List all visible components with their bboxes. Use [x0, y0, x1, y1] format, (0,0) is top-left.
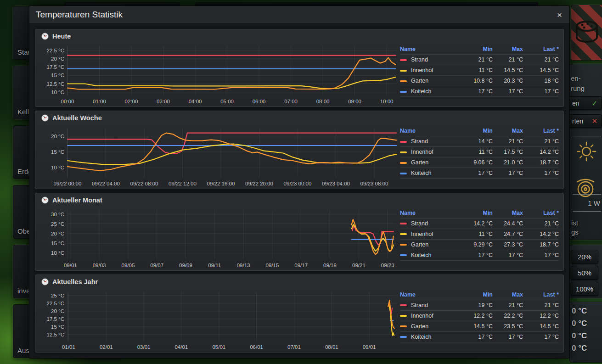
sun-icon[interactable]	[575, 140, 597, 162]
chart-aktuelle-woche[interactable]: 09/22 00:0009/22 04:0009/22 08:0009/22 1…	[39, 125, 400, 189]
svg-text:09/22 00:00: 09/22 00:00	[54, 181, 82, 186]
dim-20-button[interactable]: 20%	[571, 250, 598, 263]
dim-100-button[interactable]: 100%	[571, 282, 598, 296]
series-name[interactable]: Innenhof	[400, 65, 460, 76]
series-color-swatch	[400, 173, 407, 174]
drum-icon	[572, 18, 602, 47]
series-name[interactable]: Strand	[400, 136, 460, 147]
series-name[interactable]: Innenhof	[400, 229, 460, 239]
series-max: 17 °C	[493, 86, 523, 97]
legend-row: Strand14.2 °C24.4 °C21 °C	[400, 218, 559, 229]
svg-text:00:00: 00:00	[61, 99, 74, 104]
series-max: 14.5 °C	[493, 65, 523, 76]
series-name[interactable]: Garten	[400, 157, 460, 168]
series-min: 14.2 °C	[460, 218, 493, 229]
camera-icon[interactable]	[574, 175, 597, 199]
chart-heute[interactable]: 00:0001:0002:0003:0004:0005:0006:0007:00…	[39, 43, 400, 106]
modal-body: Heute 00:0001:0002:0003:0004:0005:0006:0…	[29, 24, 569, 358]
svg-text:03/01: 03/01	[137, 344, 151, 350]
divider	[573, 194, 601, 195]
series-name[interactable]: Koiteich	[400, 168, 460, 179]
chart-aktuelles-jahr[interactable]: 01/0102/0103/0104/0105/0106/0107/0108/01…	[39, 289, 400, 352]
series-name[interactable]: Strand	[400, 300, 460, 310]
temperature-value: 0 °C	[572, 331, 587, 341]
series-color-swatch	[400, 223, 407, 224]
dim-50-button[interactable]: 50%	[571, 266, 598, 280]
series-color-swatch	[400, 91, 407, 93]
legend-row: Strand21 °C21 °C21 °C	[400, 55, 559, 65]
series-last: 21 °C	[523, 55, 559, 65]
svg-text:05:00: 05:00	[220, 99, 234, 104]
series-last: 21 °C	[523, 300, 559, 310]
close-button[interactable]: ×	[557, 11, 562, 19]
svg-text:30 °C: 30 °C	[51, 211, 64, 217]
svg-text:10 °C: 10 °C	[51, 250, 64, 256]
clock-icon	[41, 114, 49, 122]
panel-header[interactable]: Aktuelles Jahr	[35, 275, 563, 286]
series-name[interactable]: Garten	[400, 321, 460, 331]
panel-title: Aktuelle Woche	[52, 114, 102, 122]
series-last: 14.2 °C	[523, 147, 559, 157]
series-max: 17 °C	[493, 250, 523, 260]
series-name[interactable]: Koiteich	[400, 86, 460, 97]
series-last: 17 °C	[523, 331, 559, 342]
temperature-value: 0 °C	[572, 307, 587, 316]
panel-heute: Heute 00:0001:0002:0003:0004:0005:0006:0…	[35, 29, 564, 107]
svg-text:15 °C: 15 °C	[51, 324, 64, 330]
svg-text:02:00: 02:00	[125, 99, 138, 104]
panel-text: gs	[571, 228, 579, 236]
legend-row: Strand19 °C21 °C21 °C	[400, 300, 559, 310]
svg-text:12.5 °C: 12.5 °C	[47, 332, 64, 337]
series-max: 24.7 °C	[493, 229, 523, 239]
series-name[interactable]: Garten	[400, 76, 460, 86]
legend-row: Innenhof12.2 °C22.2 °C12.2 °C	[400, 310, 559, 321]
series-min: 17 °C	[460, 250, 493, 260]
panel-body: 09/0109/0309/0509/0709/0909/1109/1309/15…	[35, 204, 563, 270]
series-min: 9.29 °C	[460, 239, 493, 250]
series-last: 12.2 °C	[523, 310, 559, 321]
svg-text:01:00: 01:00	[93, 99, 106, 104]
svg-text:09/21: 09/21	[352, 263, 366, 268]
series-max: 21.0 °C	[493, 157, 523, 168]
series-name[interactable]: Garten	[400, 239, 460, 250]
svg-text:09/23 04:00: 09/23 04:00	[322, 181, 350, 186]
hazard-tile[interactable]	[571, 5, 602, 61]
svg-text:09/01: 09/01	[64, 263, 77, 268]
series-name[interactable]: Strand	[400, 218, 460, 229]
temperatures-tile: 0 °C0 °C0 °C0 °C	[569, 302, 602, 363]
series-last: 17 °C	[523, 86, 559, 97]
legend-row: Koiteich17 °C17 °C17 °C	[400, 250, 559, 260]
series-max: 23.5 °C	[493, 321, 523, 331]
svg-text:07:00: 07:00	[284, 99, 298, 104]
svg-text:09/07: 09/07	[150, 263, 163, 268]
series-name[interactable]: Koiteich	[400, 250, 460, 260]
series-name[interactable]: Koiteich	[400, 331, 460, 342]
series-name[interactable]: Innenhof	[400, 310, 460, 321]
svg-text:09/22 08:00: 09/22 08:00	[130, 181, 158, 186]
panel-header[interactable]: Heute	[35, 29, 563, 40]
series-color-swatch	[400, 325, 407, 327]
series-max: 21 °C	[493, 300, 523, 310]
chart-aktueller-monat[interactable]: 09/0109/0309/0509/0709/0909/1109/1309/15…	[39, 207, 400, 270]
series-name[interactable]: Strand	[400, 55, 460, 65]
temperature-value: 0 °C	[572, 319, 587, 328]
check-button[interactable]: en ✓	[564, 96, 602, 110]
series-name[interactable]: Innenhof	[400, 147, 460, 157]
series-min: 9.06 °C	[460, 157, 493, 168]
legend-table: NameMinMaxLast *Strand19 °C21 °C21 °CInn…	[400, 290, 559, 342]
svg-text:09/15: 09/15	[266, 263, 279, 268]
svg-text:09/22 04:00: 09/22 04:00	[92, 181, 120, 186]
chart-area: 00:0001:0002:0003:0004:0005:0006:0007:00…	[35, 40, 400, 106]
right-control-panel: en- rung en ✓ rten ✕ 1 W	[569, 64, 602, 240]
clock-icon	[41, 196, 49, 204]
series-last: 18.7 °C	[523, 239, 559, 250]
svg-text:08/01: 08/01	[325, 344, 338, 350]
series-color-swatch	[400, 162, 407, 164]
panel-header[interactable]: Aktuelle Woche	[35, 111, 563, 122]
series-min: 10.8 °C	[460, 76, 493, 86]
cross-button[interactable]: rten ✕	[564, 114, 602, 128]
svg-text:15 °C: 15 °C	[51, 73, 64, 78]
panel-header[interactable]: Aktueller Monat	[35, 193, 563, 204]
legend-row: Strand14 °C21 °C21 °C	[400, 136, 559, 147]
svg-text:01/01: 01/01	[62, 344, 75, 350]
